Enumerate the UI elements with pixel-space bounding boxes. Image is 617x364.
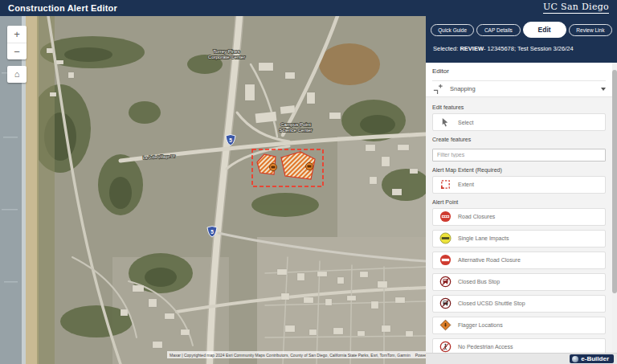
single-lane-icon (439, 232, 452, 244)
powered-by-esri: Powered by Esri (415, 353, 426, 358)
road-closure-icon (439, 211, 452, 223)
alert-type-label: Flagger Locations (458, 322, 503, 328)
alert-type-alternative-road-closure[interactable]: Alternative Road Closure (432, 252, 606, 269)
create-features-label: Create features (432, 137, 606, 142)
snapping-label: Snapping (450, 85, 476, 92)
select-tool-button[interactable]: Select (432, 113, 606, 131)
svg-text:Science Center: Science Center (279, 128, 312, 133)
page-title: Construction Alert Editor (8, 3, 117, 13)
ebuilder-globe-icon (572, 356, 578, 362)
alert-type-label: No Pedestrian Access (458, 344, 513, 350)
alert-map-extent-label: Alert Map Extent (Required) (432, 167, 606, 173)
panel-scroll-area: Editor Snapping Edit features (426, 63, 617, 353)
map-zoom-control: + − (7, 26, 27, 59)
alert-type-no-pedestrian-access[interactable]: No Pedestrian Access (432, 338, 606, 354)
alert-type-label: Road Closures (458, 214, 495, 219)
beach (26, 16, 39, 364)
alert-type-closed-ucsd-shuttle-stop[interactable]: Closed UCSD Shuttle Stop (432, 295, 606, 313)
home-extent-button[interactable]: ⌂ (7, 66, 27, 83)
extent-tool-button[interactable]: Extent (432, 176, 606, 194)
zoom-in-button[interactable]: + (7, 26, 27, 43)
dashed-extent-icon (439, 178, 452, 190)
filter-types-input[interactable] (432, 149, 606, 162)
svg-text:5: 5 (210, 229, 214, 235)
alert-type-flagger-locations[interactable]: Flagger Locations (432, 317, 606, 334)
alert-type-road-closures[interactable]: Road Closures (432, 208, 606, 226)
app-header: Construction Alert Editor UC San Diego (0, 0, 617, 16)
snapping-dropdown[interactable]: Snapping (432, 80, 606, 96)
svg-text:Campus Point: Campus Point (280, 122, 311, 127)
flagger-diamond-icon (439, 319, 452, 331)
mode-tabs: Quick Guide CAP Details Edit Review Link (431, 22, 612, 38)
panel-header: Quick Guide CAP Details Edit Review Link… (426, 16, 617, 63)
select-tool-label: Select (458, 120, 473, 125)
map-canvas[interactable]: 5 5 Torrey Pines Corporate Center Campus… (0, 16, 426, 364)
tab-edit[interactable]: Edit (523, 22, 566, 38)
edit-features-label: Edit features (432, 104, 606, 110)
alert-type-label: Closed Bus Stop (458, 279, 500, 284)
alert-type-label: Closed UCSD Shuttle Stop (458, 301, 525, 306)
tab-cap-details[interactable]: CAP Details (476, 24, 520, 36)
alert-type-label: Single Lane Impacts (458, 235, 509, 241)
zoom-out-button[interactable]: − (7, 43, 27, 59)
svg-text:Torrey Pines: Torrey Pines (213, 49, 239, 54)
closed-bus-icon (439, 276, 452, 288)
alert-type-single-lane-impacts[interactable]: Single Lane Impacts (432, 230, 606, 247)
satellite-map: 5 5 Torrey Pines Corporate Center Campus… (0, 16, 426, 364)
svg-text:5: 5 (229, 137, 232, 143)
alert-type-closed-bus-stop[interactable]: Closed Bus Stop (432, 273, 606, 291)
closed-shuttle-icon (439, 297, 452, 309)
panel-scrollbar[interactable] (612, 63, 617, 353)
ebuilder-badge[interactable]: e-Builder (570, 354, 614, 363)
chevron-down-icon (601, 88, 606, 91)
tab-quick-guide[interactable]: Quick Guide (431, 24, 474, 36)
snapping-icon (432, 83, 444, 95)
map-attribution: Maxar | Copyrighted map 2024 Esri Commun… (167, 351, 426, 358)
panel-footer: e-Builder (426, 353, 617, 364)
extent-tool-label: Extent (458, 182, 474, 187)
svg-text:Corporate Center: Corporate Center (208, 55, 245, 59)
ebuilder-label: e-Builder (581, 355, 609, 362)
scrollbar-thumb[interactable] (612, 70, 617, 293)
construction-marker[interactable] (306, 163, 313, 170)
alert-point-label: Alert Point (432, 199, 606, 205)
no-pedestrian-icon (439, 341, 452, 353)
construction-marker[interactable] (270, 164, 277, 171)
cursor-select-icon (439, 117, 452, 129)
attribution-text: Maxar | Copyrighted map 2024 Esri Commun… (170, 353, 411, 358)
alert-type-label: Alternative Road Closure (458, 257, 521, 263)
tab-review-link[interactable]: Review Link (569, 24, 612, 36)
editor-panel: Quick Guide CAP Details Edit Review Link… (426, 16, 617, 364)
alt-road-closure-icon (439, 254, 452, 266)
ucsd-logo: UC San Diego (543, 2, 609, 14)
editor-heading: Editor (432, 67, 606, 75)
selected-record-line: Selected: REVIEW- 12345678; Test Session… (431, 45, 612, 52)
construction-alert-editor-app: Construction Alert Editor UC San Diego (0, 0, 617, 364)
